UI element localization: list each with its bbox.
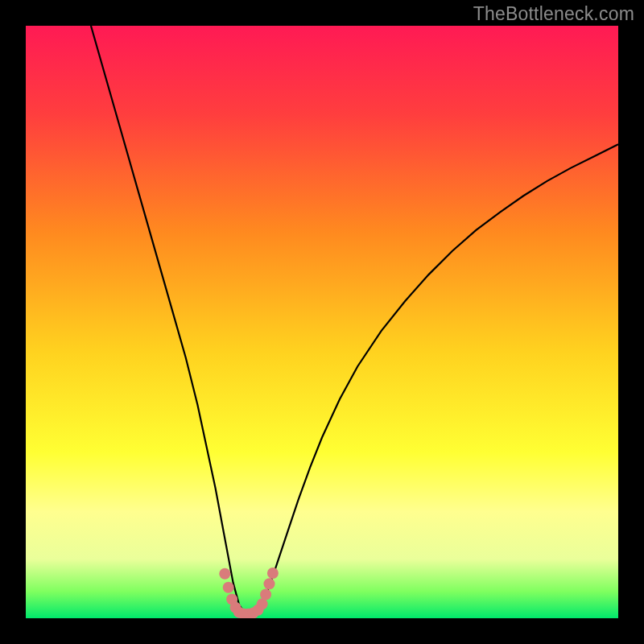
- trough-marker: [264, 578, 275, 589]
- trough-marker: [219, 568, 230, 580]
- trough-marker: [223, 582, 234, 593]
- chart-frame: { "watermark": "TheBottleneck.com", "cha…: [0, 0, 644, 644]
- trough-marker: [267, 568, 279, 579]
- trough-marker: [260, 589, 271, 601]
- watermark-text: TheBottleneck.com: [473, 3, 634, 25]
- gradient-background: [26, 26, 618, 618]
- bottleneck-chart: [0, 0, 644, 644]
